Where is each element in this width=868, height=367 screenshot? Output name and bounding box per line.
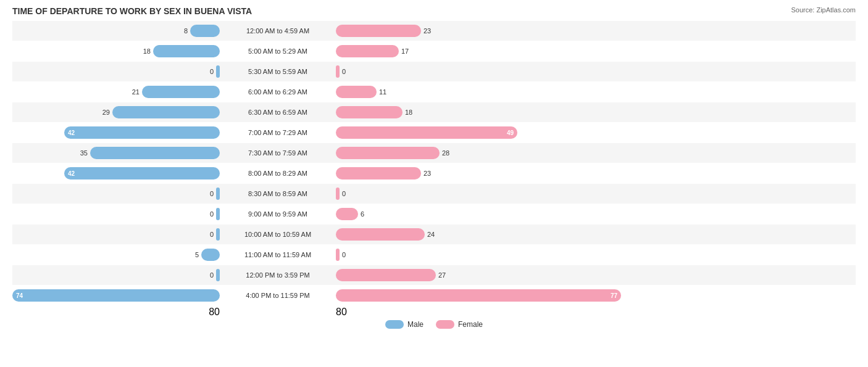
bar-row: 0 5:30 AM to 5:59 AM 0 — [12, 62, 856, 81]
left-section: 5 — [12, 249, 222, 261]
axis-labels-row: 80 80 — [12, 307, 856, 318]
male-bar — [153, 45, 220, 57]
male-bar — [216, 269, 220, 281]
time-label: 5:30 AM to 5:59 AM — [222, 68, 333, 75]
male-value: 35 — [69, 149, 88, 157]
male-value: 5 — [180, 251, 199, 258]
female-value: 28 — [442, 149, 461, 157]
female-value: 17 — [401, 47, 420, 55]
left-section: 8 — [12, 25, 222, 37]
time-label: 4:00 PM to 11:59 PM — [222, 292, 333, 299]
female-bar — [336, 106, 403, 118]
female-bar: 77 — [336, 289, 621, 302]
time-label: 12:00 PM to 3:59 PM — [222, 271, 333, 279]
right-section: 27 — [333, 269, 856, 281]
left-section: 42 — [12, 167, 222, 179]
female-label: Female — [458, 320, 483, 329]
time-label: 6:30 AM to 6:59 AM — [222, 109, 333, 116]
bar-row: 0 9:00 AM to 9:59 AM 6 — [12, 204, 856, 224]
female-value: 23 — [424, 170, 442, 177]
female-value: 24 — [427, 231, 446, 238]
bar-row: 42 8:00 AM to 8:29 AM 23 — [12, 163, 856, 183]
time-label: 8:00 AM to 8:29 AM — [222, 170, 333, 177]
bar-row: 21 6:00 AM to 6:29 AM 11 — [12, 82, 856, 102]
male-value: 8 — [169, 27, 188, 35]
right-section: 11 — [333, 86, 856, 98]
right-section: 18 — [333, 106, 856, 118]
male-value: 21 — [121, 88, 140, 96]
male-bar-label: 42 — [68, 170, 75, 177]
left-section: 0 — [12, 208, 222, 220]
male-value-zero: 0 — [195, 210, 214, 218]
time-label: 8:30 AM to 8:59 AM — [222, 190, 333, 197]
right-section: 23 — [333, 167, 856, 179]
male-bar: 42 — [64, 167, 220, 179]
male-value-zero: 0 — [195, 231, 214, 238]
right-section: 77 — [333, 289, 856, 302]
time-label: 6:00 AM to 6:29 AM — [222, 88, 333, 96]
female-bar — [336, 208, 358, 220]
right-section: 0 — [333, 249, 856, 261]
right-section: 6 — [333, 208, 856, 220]
female-bar — [336, 167, 421, 179]
male-bar — [142, 86, 220, 98]
female-bar — [336, 269, 436, 281]
male-bar — [90, 147, 220, 159]
left-section: 18 — [12, 45, 222, 57]
title-row: TIME OF DEPARTURE TO WORK BY SEX IN BUEN… — [12, 6, 856, 16]
male-value-zero: 0 — [195, 68, 214, 75]
time-label: 7:00 AM to 7:29 AM — [222, 129, 333, 136]
female-value-zero: 0 — [342, 251, 361, 258]
legend-male: Male — [385, 320, 424, 329]
bar-row: 0 12:00 PM to 3:59 PM 27 — [12, 265, 856, 285]
left-section: 74 — [12, 289, 222, 302]
female-bar — [336, 45, 399, 57]
time-label: 7:30 AM to 7:59 AM — [222, 149, 333, 157]
male-value: 29 — [91, 109, 110, 116]
male-bar — [112, 106, 220, 118]
female-bar — [336, 228, 425, 241]
bar-row: 8 12:00 AM to 4:59 AM 23 — [12, 21, 856, 41]
chart-area: 8 12:00 AM to 4:59 AM 23 18 5:00 AM to 5… — [12, 21, 856, 305]
left-section: 35 — [12, 147, 222, 159]
left-section: 29 — [12, 106, 222, 118]
female-value: 18 — [405, 109, 424, 116]
legend-row: Male Female — [12, 320, 856, 329]
female-bar — [336, 25, 421, 37]
female-bar — [336, 188, 340, 200]
bar-row: 42 7:00 AM to 7:29 AM 49 — [12, 123, 856, 142]
male-bar — [201, 249, 220, 261]
male-bar — [216, 208, 220, 220]
female-value: 6 — [361, 210, 379, 218]
female-value: 27 — [438, 271, 457, 279]
left-section: 0 — [12, 269, 222, 281]
male-bar — [216, 228, 220, 241]
right-section: 24 — [333, 228, 856, 241]
left-section: 0 — [12, 188, 222, 200]
male-bar: 74 — [12, 289, 220, 302]
legend-female: Female — [436, 320, 483, 329]
female-bar — [336, 65, 340, 78]
right-section: 17 — [333, 45, 856, 57]
right-section: 0 — [333, 65, 856, 78]
bar-row: 29 6:30 AM to 6:59 AM 18 — [12, 102, 856, 122]
chart-title: TIME OF DEPARTURE TO WORK BY SEX IN BUEN… — [12, 6, 252, 16]
female-bar — [336, 147, 440, 159]
female-value: 11 — [379, 88, 398, 96]
bar-row: 74 4:00 PM to 11:59 PM 77 — [12, 286, 856, 305]
female-swatch — [436, 320, 454, 329]
male-bar: 42 — [64, 126, 220, 139]
chart-container: TIME OF DEPARTURE TO WORK BY SEX IN BUEN… — [0, 0, 868, 367]
male-label: Male — [407, 320, 424, 329]
right-section: 49 — [333, 126, 856, 139]
time-label: 12:00 AM to 4:59 AM — [222, 27, 333, 35]
bar-row: 5 11:00 AM to 11:59 AM 0 — [12, 245, 856, 265]
source-text: Source: ZipAtlas.com — [791, 6, 856, 14]
male-bar — [216, 188, 220, 200]
left-section: 0 — [12, 65, 222, 78]
female-value-zero: 0 — [342, 190, 361, 197]
time-label: 5:00 AM to 5:29 AM — [222, 47, 333, 55]
bar-row: 0 10:00 AM to 10:59 AM 24 — [12, 225, 856, 244]
right-section: 0 — [333, 188, 856, 200]
female-bar-label: 77 — [611, 292, 617, 299]
